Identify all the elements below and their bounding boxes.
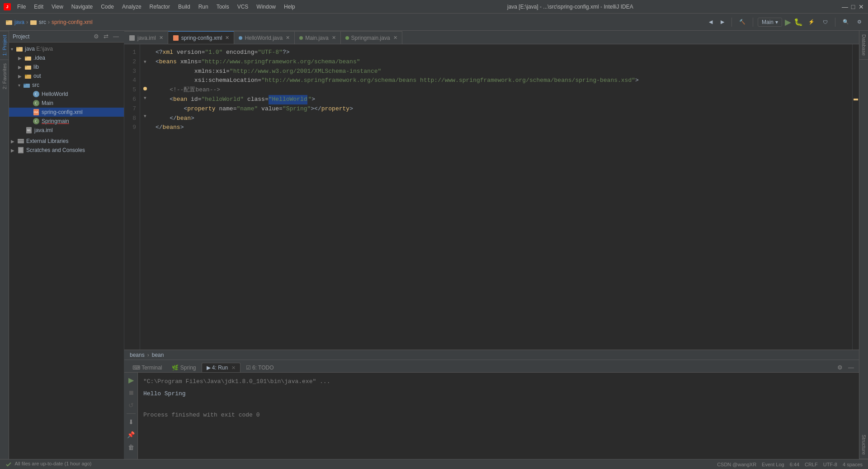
menu-vcs[interactable]: VCS	[234, 3, 252, 11]
tree-item-helloworld[interactable]: C HelloWorld	[9, 90, 124, 99]
tree-item-java-root[interactable]: ▾ java E:\java	[9, 44, 124, 53]
code-token: "name"	[236, 104, 258, 114]
code-token: "http://www.springframework.org/schema/b…	[201, 57, 360, 67]
tree-item-scratches[interactable]: ▶ Scratches and Consoles	[9, 146, 124, 155]
code-token: "UTF-8"	[258, 48, 283, 57]
code-content[interactable]: <?xml version="1.0" encoding="UTF-8"?> <…	[150, 44, 852, 350]
menu-build[interactable]: Build	[175, 3, 194, 11]
project-tab[interactable]: 1: Project	[0, 31, 9, 59]
tree-label-idea: .idea	[33, 55, 45, 61]
status-line-col[interactable]: 6:44	[790, 462, 799, 467]
favorites-tab[interactable]: 2: Favorites	[0, 59, 9, 93]
run-stop-button[interactable]: ⏹	[126, 387, 137, 398]
tab-spring-config[interactable]: spring-config.xml ✕	[168, 31, 235, 44]
settings-button[interactable]: ⚙	[854, 18, 864, 26]
tree-item-java-iml[interactable]: IML java.iml	[9, 126, 124, 135]
menu-run[interactable]: Run	[195, 3, 212, 11]
tab-todo[interactable]: ☑ 6: TODO	[241, 363, 278, 372]
tree-item-lib[interactable]: ▶ lib	[9, 62, 124, 71]
coverage-button[interactable]: 🛡	[820, 18, 830, 26]
tab-close-main[interactable]: ✕	[332, 35, 336, 41]
tree-arrow-src: ▾	[18, 83, 20, 88]
breadcrumb-status-sep: ›	[147, 352, 149, 358]
tree-label-src: src	[32, 82, 39, 88]
tree-item-src[interactable]: ▾ src	[9, 81, 124, 90]
code-token: <	[170, 95, 173, 104]
menu-help[interactable]: Help	[280, 3, 299, 11]
tab-java-iml[interactable]: java.iml ✕	[124, 31, 168, 44]
panel-horizontal-icon[interactable]: ⇄	[102, 33, 110, 40]
tab-terminal[interactable]: ⌨ Terminal	[128, 363, 166, 372]
tree-item-springmain[interactable]: C Springmain	[9, 117, 124, 126]
line-num-8: 8	[128, 114, 136, 123]
build-button[interactable]: 🔨	[736, 18, 748, 26]
maximize-button[interactable]: □	[850, 4, 856, 10]
run-scroll-end-button[interactable]: ⬇	[126, 417, 137, 427]
menu-file[interactable]: File	[14, 3, 29, 11]
code-token: beans	[163, 123, 180, 133]
bottom-panel-settings[interactable]: ⚙	[836, 364, 844, 371]
status-charset[interactable]: UTF-8	[823, 462, 837, 467]
close-button[interactable]: ✕	[858, 4, 864, 10]
status-csdn[interactable]: CSDN @wangXR	[717, 462, 756, 467]
fold-6-icon[interactable]: ▾	[144, 95, 146, 101]
search-everywhere[interactable]: 🔍	[840, 18, 852, 26]
tab-close-spring-config[interactable]: ✕	[225, 35, 229, 41]
tree-label-springmain: Springmain	[42, 118, 69, 124]
tab-close-java-iml[interactable]: ✕	[159, 35, 163, 41]
structure-tab[interactable]: Structure	[859, 431, 868, 459]
tab-close-springmain[interactable]: ✕	[393, 35, 397, 41]
more-run-options[interactable]: ⚡	[806, 18, 817, 26]
fold-2-icon[interactable]: ▾	[144, 59, 146, 65]
menu-code[interactable]: Code	[97, 3, 118, 11]
status-event-log[interactable]: Event Log	[762, 462, 784, 467]
panel-collapse-icon[interactable]: —	[112, 33, 120, 40]
tab-spring[interactable]: 🌿 Spring	[167, 363, 200, 372]
menu-window[interactable]: Window	[253, 3, 279, 11]
tree-item-spring-config[interactable]: XML spring-config.xml	[9, 108, 124, 117]
tab-main[interactable]: Main.java ✕	[295, 31, 340, 44]
svg-rect-10	[25, 66, 27, 67]
tab-close-helloworld[interactable]: ✕	[286, 35, 290, 41]
tree-item-idea[interactable]: ▶ .idea	[9, 53, 124, 62]
svg-text:C: C	[35, 101, 37, 105]
menu-analyze[interactable]: Analyze	[118, 3, 145, 11]
menu-edit[interactable]: Edit	[30, 3, 47, 11]
menu-navigate[interactable]: Navigate	[68, 3, 96, 11]
panel-settings-icon[interactable]: ⚙	[92, 33, 100, 40]
run-tab-close[interactable]: ✕	[231, 365, 236, 370]
status-indent[interactable]: 4 spaces	[843, 462, 863, 467]
gutter-9	[140, 120, 150, 129]
nav-back-button[interactable]: ◀	[706, 18, 715, 26]
run-config-dropdown[interactable]: Main ▾	[758, 18, 782, 27]
menu-refactor[interactable]: Refactor	[146, 3, 174, 11]
line-num-5: 5	[128, 85, 136, 95]
run-rerun-button[interactable]: ↺	[126, 400, 137, 411]
code-token: "http://www.w3.org/2001/XMLSchema-instan…	[230, 67, 381, 76]
nav-forward-button[interactable]: ▶	[718, 18, 727, 26]
run-button[interactable]: ▶	[785, 17, 791, 27]
xml-file-icon: XML	[33, 109, 40, 116]
status-crlf[interactable]: CRLF	[805, 462, 818, 467]
tree-item-main[interactable]: C Main	[9, 99, 124, 108]
tree-item-ext-libs[interactable]: ▶ External Libraries	[9, 137, 124, 146]
database-tab[interactable]: Database	[859, 31, 868, 60]
run-output[interactable]: "C:\Program Files\Java\jdk1.8.0_101\bin\…	[138, 373, 859, 459]
menu-tools[interactable]: Tools	[213, 3, 233, 11]
status-checkmark-icon	[5, 461, 12, 468]
debug-button[interactable]: 🐛	[794, 18, 803, 26]
springmain-java-icon: C	[33, 118, 40, 125]
tab-helloworld[interactable]: HelloWorld.java ✕	[234, 31, 295, 44]
run-green-button[interactable]: ▶	[126, 374, 137, 385]
svg-rect-25	[18, 139, 24, 143]
run-pin-button[interactable]: 📌	[126, 429, 137, 440]
bottom-panel-minimize[interactable]: —	[847, 364, 855, 371]
run-trash-button[interactable]: 🗑	[126, 442, 137, 453]
code-token: name=	[216, 104, 237, 114]
tree-item-out[interactable]: ▶ out	[9, 71, 124, 81]
fold-8-icon[interactable]: ▾	[144, 113, 146, 119]
menu-view[interactable]: View	[48, 3, 67, 11]
tab-springmain[interactable]: Springmain.java ✕	[341, 31, 402, 44]
minimize-button[interactable]: —	[842, 4, 848, 10]
tab-run[interactable]: ▶ 4: Run ✕	[202, 363, 241, 372]
